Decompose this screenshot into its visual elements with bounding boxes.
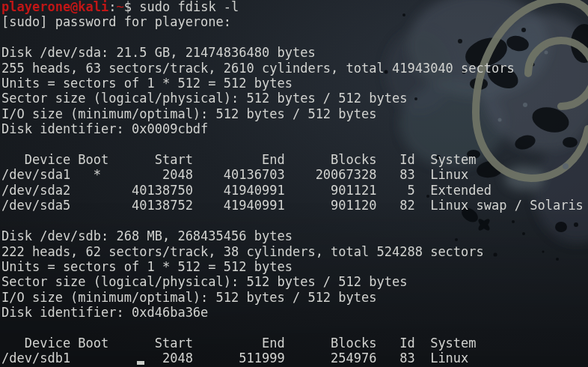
blank-line bbox=[1, 30, 588, 45]
disk-sdb-io-size: I/O size (minimum/optimal): 512 bytes / … bbox=[1, 290, 588, 305]
blank-line bbox=[1, 213, 588, 228]
disk-sda-sector-size: Sector size (logical/physical): 512 byte… bbox=[1, 91, 588, 106]
disk-sdb-identifier: Disk identifier: 0xd46ba36e bbox=[1, 305, 588, 320]
disk-sda-identifier: Disk identifier: 0x0009cbdf bbox=[1, 121, 588, 136]
sdb-partition-table-header: Device Boot Start End Blocks Id System bbox=[1, 336, 588, 351]
sudo-password-prompt: [sudo] password for playerone: bbox=[1, 14, 588, 29]
disk-sda-geometry: 255 heads, 63 sectors/track, 2610 cylind… bbox=[1, 61, 588, 76]
terminal-output: playerone@kali:~$ sudo fdisk -l [sudo] p… bbox=[1, 0, 588, 366]
partition-row-sda2: /dev/sda2 40138750 41940991 901121 5 Ext… bbox=[1, 183, 588, 198]
blank-line bbox=[1, 321, 588, 336]
disk-sda-summary: Disk /dev/sda: 21.5 GB, 21474836480 byte… bbox=[1, 45, 588, 60]
terminal-cursor bbox=[137, 361, 144, 365]
prompt-user-host: playerone@kali bbox=[1, 0, 108, 14]
command-text: sudo fdisk -l bbox=[139, 0, 239, 14]
disk-sdb-geometry: 222 heads, 62 sectors/track, 38 cylinder… bbox=[1, 244, 588, 259]
disk-sda-units: Units = sectors of 1 * 512 = 512 bytes bbox=[1, 76, 588, 91]
disk-sdb-sector-size: Sector size (logical/physical): 512 byte… bbox=[1, 274, 588, 289]
prompt-separator: : bbox=[108, 0, 116, 14]
disk-sdb-summary: Disk /dev/sdb: 268 MB, 268435456 bytes bbox=[1, 228, 588, 243]
partition-row-sda1: /dev/sda1 * 2048 40136703 20067328 83 Li… bbox=[1, 167, 588, 182]
disk-sda-io-size: I/O size (minimum/optimal): 512 bytes / … bbox=[1, 106, 588, 121]
terminal-screen[interactable]: playerone@kali:~$ sudo fdisk -l [sudo] p… bbox=[0, 0, 588, 367]
prompt-line: playerone@kali:~$ sudo fdisk -l bbox=[1, 0, 588, 14]
sda-partition-table-header: Device Boot Start End Blocks Id System bbox=[1, 152, 588, 167]
partition-row-sda5: /dev/sda5 40138752 41940991 901120 82 Li… bbox=[1, 198, 588, 213]
disk-sdb-units: Units = sectors of 1 * 512 = 512 bytes bbox=[1, 259, 588, 274]
partition-row-sdb1: /dev/sdb1 2048 511999 254976 83 Linux bbox=[1, 351, 588, 366]
blank-line bbox=[1, 137, 588, 152]
prompt-path: ~ bbox=[117, 0, 124, 14]
prompt-symbol: $ bbox=[124, 0, 139, 14]
